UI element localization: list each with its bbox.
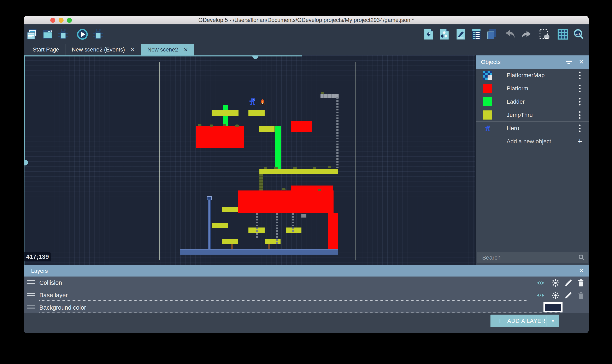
scene-block-tuft[interactable] [198,124,202,126]
scene-block-green[interactable] [223,105,228,127]
object-row-jumpthru[interactable]: JumpThru [476,108,589,122]
object-groups-icon[interactable] [439,29,450,40]
object-search-box[interactable] [477,252,588,263]
search-input[interactable] [482,252,570,263]
instances-list-icon[interactable] [471,29,482,40]
edit-properties-icon[interactable] [455,29,466,40]
close-tab-icon[interactable]: ✕ [184,47,188,52]
scene-block-olive[interactable] [259,174,263,191]
layer-row-base-layer[interactable]: Base layer [24,289,589,301]
scene-block-tuft[interactable] [328,166,331,168]
tab-start-page[interactable]: Start Page [27,44,66,55]
scene-block-yellow[interactable] [212,223,228,228]
hero-instance[interactable] [249,98,255,105]
scene-block-tuft[interactable] [210,125,213,127]
scene-block-yellow[interactable] [212,110,239,116]
object-menu-icon[interactable] [579,85,581,92]
scene-block-cap[interactable] [207,196,212,200]
undo-icon[interactable] [505,29,516,40]
scene-block-yellow[interactable] [222,239,238,244]
layer-name-field[interactable]: Background color [39,303,564,313]
vertical-scrollbar[interactable] [24,55,25,163]
redo-icon[interactable] [520,29,532,40]
drag-handle-icon[interactable] [27,293,35,297]
scene-block-green[interactable] [275,126,281,169]
vertical-scrollbar-track[interactable] [24,163,25,265]
scene-block-yellow[interactable] [248,110,265,116]
scene-block-post[interactable] [231,244,233,250]
edit-icon[interactable] [564,279,572,287]
object-row-platform[interactable]: Platform [476,82,589,95]
zoom-1-1-icon[interactable]: 1:1 [573,29,584,40]
object-menu-icon[interactable] [579,125,581,132]
object-menu-icon[interactable] [579,98,581,105]
scene-block-tuft[interactable] [313,167,316,169]
object-menu-icon[interactable] [579,72,581,79]
close-panel-icon[interactable]: ✕ [579,59,584,65]
eye-icon[interactable] [537,279,544,287]
scene-canvas[interactable]: 417;139 [24,55,475,265]
delete-icon[interactable] [577,279,585,287]
plus-icon[interactable]: + [577,135,582,148]
scene-block-brick[interactable] [301,214,306,218]
scene-block-tuft[interactable] [293,167,297,169]
add-object-row[interactable]: Add a new object + [476,135,589,148]
scene-block-tuft[interactable] [235,125,239,127]
layers-list-icon[interactable] [486,29,497,40]
tab-new-scene2[interactable]: New scene2 ✕ [141,44,194,55]
delete-selection-icon[interactable] [539,29,550,40]
scene-block-tuft[interactable] [223,124,226,126]
scene-block-red[interactable] [196,126,244,148]
project-manager-icon[interactable] [26,29,38,40]
drag-handle-icon[interactable] [27,280,35,285]
debug-preview-icon[interactable] [93,29,104,40]
chevron-down-icon[interactable]: ▼ [547,318,559,324]
scene-block-ground[interactable] [180,249,338,255]
scene-block-tuft[interactable] [318,189,321,191]
horizontal-scrollbar[interactable] [24,55,302,56]
campfire-instance[interactable] [260,99,265,105]
effects-icon[interactable] [552,279,559,287]
debugger-icon[interactable] [57,29,69,40]
object-row-ladder[interactable]: Ladder [476,95,589,108]
tab-new-scene2-events[interactable]: New scene2 (Events) ✕ [66,44,141,55]
close-tab-icon[interactable]: ✕ [130,47,135,52]
grid-icon[interactable] [557,29,569,40]
layer-name-field[interactable]: Base layer [39,290,528,301]
object-row-hero[interactable]: Hero [476,122,589,135]
scene-block-red[interactable] [328,213,338,250]
scene-block-chain[interactable] [276,213,278,244]
layer-name-field[interactable]: Collision [39,278,528,288]
scene-block-yellow[interactable] [259,169,338,174]
layer-row-background-color[interactable]: Background color [24,301,589,314]
scene-block-red[interactable] [291,185,333,191]
scene-block-tuft[interactable] [282,188,286,190]
object-row-platformermap[interactable]: PlatformerMap [476,69,589,82]
edit-icon[interactable] [564,291,572,299]
scene-block-chain[interactable] [336,97,339,169]
scene-block-chain[interactable] [256,213,258,239]
scene-block-tuft[interactable] [264,167,267,169]
scene-block-tuft[interactable] [321,92,324,94]
scene-block-post[interactable] [268,244,270,250]
play-icon[interactable] [77,29,88,40]
scene-editor-icon[interactable] [42,29,53,40]
vertical-scrollbar-thumb[interactable] [24,160,28,166]
scene-block-yellow[interactable] [222,207,238,212]
add-layer-button[interactable]: + ADD A LAYER ▼ [490,314,559,327]
background-color-swatch[interactable] [544,302,562,312]
eye-icon[interactable] [537,291,544,299]
scene-block-tuft[interactable] [274,167,278,169]
scene-block-red[interactable] [291,121,312,132]
add-instance-icon[interactable] [423,29,434,40]
horizontal-scrollbar-thumb[interactable] [252,55,258,59]
layer-row-collision[interactable]: Collision [24,276,589,289]
scene-block-yellow[interactable] [259,126,274,132]
scene-block-red[interactable] [238,191,334,213]
filter-icon[interactable] [565,59,572,65]
scene-block-pole[interactable] [208,197,211,249]
scene-block-chain[interactable] [292,213,294,233]
close-panel-icon[interactable]: ✕ [579,268,584,274]
object-menu-icon[interactable] [579,111,581,119]
effects-icon[interactable] [552,291,559,299]
